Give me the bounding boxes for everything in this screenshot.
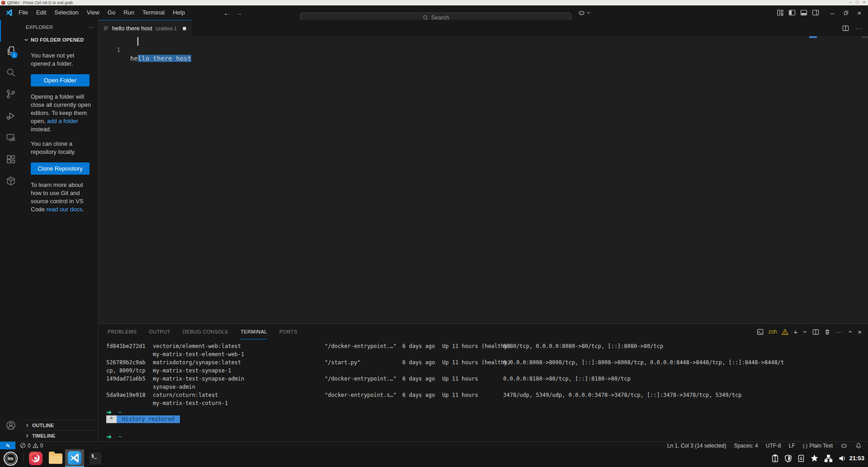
- encoding-status[interactable]: UTF-8: [766, 443, 781, 449]
- explorer-empty-view: You have not yet opened a folder. Open F…: [31, 52, 95, 220]
- system-tray: [771, 449, 846, 467]
- minimize-button[interactable]: –: [826, 5, 839, 20]
- indentation-status[interactable]: Spaces: 4: [734, 443, 758, 449]
- explorer-badge: 1: [11, 52, 18, 58]
- tab-untitled-1[interactable]: hello there host Untitled-1: [99, 20, 192, 36]
- editor-more-actions[interactable]: ···: [855, 25, 863, 32]
- menu-file[interactable]: File: [14, 7, 32, 18]
- clipboard-icon[interactable]: [771, 454, 779, 462]
- terminal-row: fd841be272d1vectorim/element-web:latest"…: [99, 342, 868, 350]
- terminal-row: synapse-admin: [99, 383, 868, 391]
- shield-icon[interactable]: [784, 454, 792, 462]
- menu-terminal[interactable]: Terminal: [138, 7, 169, 18]
- kill-terminal-trash-icon[interactable]: [824, 329, 830, 335]
- removable-media-icon[interactable]: [797, 454, 805, 462]
- menu-selection[interactable]: Selection: [50, 7, 82, 18]
- shell-name-label[interactable]: zsh: [769, 329, 777, 335]
- scrollbar-mark: [862, 36, 868, 38]
- terminal-shell-icon: [757, 329, 764, 335]
- file-manager-launcher[interactable]: [48, 451, 63, 466]
- tab-output[interactable]: OUTPUT: [149, 324, 170, 339]
- terminal-cell: cp, 8009/tcp: [106, 367, 146, 375]
- tab-debug-console[interactable]: DEBUG CONSOLE: [183, 324, 228, 339]
- read-docs-link[interactable]: read our docs: [47, 206, 83, 213]
- notifications-bell-icon[interactable]: [855, 443, 862, 449]
- tab-terminal[interactable]: TERMINAL: [241, 324, 267, 339]
- warning-icon[interactable]: [782, 329, 788, 335]
- copilot-menu[interactable]: [578, 5, 591, 20]
- clock[interactable]: 21:53: [849, 449, 864, 467]
- sidebar-item-source-control[interactable]: [0, 83, 22, 105]
- vscode-taskbar-button[interactable]: [65, 449, 84, 467]
- terminal-cell: 6 days ago: [402, 358, 435, 367]
- tab-problems[interactable]: PROBLEMS: [108, 324, 137, 339]
- copilot-status-icon[interactable]: [840, 442, 848, 449]
- navigate-forward-icon[interactable]: →: [236, 9, 242, 17]
- sidebar-item-run-debug[interactable]: [0, 105, 22, 127]
- account-button[interactable]: [0, 415, 22, 436]
- screen: QEMU - Press Ctrl-Alt-G to exit grab – □…: [0, 0, 868, 467]
- qterminal-launcher[interactable]: $_: [88, 451, 103, 466]
- sidebar-item-extensions[interactable]: [0, 148, 22, 170]
- toggle-panel-icon[interactable]: [800, 9, 807, 16]
- restore-icon: [843, 10, 849, 16]
- prompt-path: ~: [118, 433, 122, 441]
- volume-icon[interactable]: [838, 454, 846, 462]
- clone-repository-button[interactable]: Clone Repository: [31, 162, 90, 175]
- qemu-close-button[interactable]: ×: [863, 0, 865, 5]
- qemu-maximize-button[interactable]: □: [856, 0, 858, 5]
- restore-button[interactable]: [839, 5, 853, 20]
- sidebar-item-explorer[interactable]: 1: [0, 40, 22, 62]
- chevron-down-icon[interactable]: [802, 329, 807, 334]
- remote-indicator[interactable]: [0, 442, 15, 449]
- network-icon[interactable]: [824, 454, 833, 462]
- explorer-sidebar: EXPLORER ··· NO FOLDER OPENED You have n…: [22, 20, 99, 441]
- qemu-minimize-button[interactable]: –: [849, 0, 851, 5]
- code-selected: llo there host: [138, 55, 191, 62]
- sidebar-item-remote-explorer[interactable]: [0, 127, 22, 148]
- explorer-more-actions[interactable]: ···: [88, 24, 94, 30]
- terminal-cell: matrixdotorg/synapse:latest: [153, 358, 241, 367]
- terminal-cell: "docker-entrypoint.s…": [325, 391, 396, 399]
- terminal-cell: my-matrix-test-element-web-1: [153, 350, 244, 358]
- customize-layout-icon[interactable]: [777, 9, 784, 16]
- sidebar-item-containers[interactable]: [0, 170, 22, 192]
- close-button[interactable]: ×: [853, 5, 866, 20]
- menu-go[interactable]: Go: [104, 7, 119, 18]
- sidebar-item-search[interactable]: [0, 62, 22, 83]
- tab-ports[interactable]: PORTS: [279, 324, 297, 339]
- firefox-launcher[interactable]: [28, 451, 43, 466]
- toggle-sidebar-icon[interactable]: [788, 9, 796, 16]
- open-folder-button[interactable]: Open Folder: [31, 74, 90, 86]
- cursor-position-status[interactable]: Ln 1, Col 3 (14 selected): [667, 443, 726, 449]
- close-panel-button[interactable]: ×: [858, 328, 862, 336]
- navigate-back-icon[interactable]: ←: [223, 9, 230, 17]
- terminal-output[interactable]: ~ * History restored ~ fd841be272d1vecto…: [99, 342, 868, 442]
- terminal-cell: Up 11 hours (healthy): [442, 358, 511, 367]
- problems-status[interactable]: 0 0: [20, 442, 43, 449]
- terminal-row: 5da9ae19e918coturn/coturn:latest"docker-…: [99, 391, 868, 399]
- layout-controls: [777, 5, 819, 20]
- start-menu-button[interactable]: lm: [3, 451, 18, 466]
- section-outline[interactable]: OUTLINE: [22, 420, 99, 430]
- menu-view[interactable]: View: [83, 7, 104, 18]
- add-folder-link[interactable]: add a folder: [47, 118, 78, 124]
- split-terminal-icon[interactable]: [812, 329, 819, 335]
- unsaved-changes-dot[interactable]: [183, 27, 186, 30]
- menu-help[interactable]: Help: [169, 7, 189, 18]
- split-editor-icon[interactable]: [842, 25, 849, 32]
- section-no-folder-opened[interactable]: NO FOLDER OPENED: [24, 37, 84, 43]
- history-restored-line: * History restored: [106, 415, 180, 423]
- new-terminal-button[interactable]: +: [793, 328, 797, 336]
- toggle-secondary-sidebar-icon[interactable]: [812, 9, 819, 16]
- chevron-up-icon[interactable]: [848, 329, 853, 334]
- section-timeline[interactable]: TIMELINE: [22, 430, 99, 441]
- menu-edit[interactable]: Edit: [32, 7, 50, 18]
- language-mode-status[interactable]: { }Plain Text: [803, 443, 833, 449]
- terminal-more-actions[interactable]: ···: [835, 329, 843, 335]
- editor-area[interactable]: 1 hello there host: [99, 36, 868, 324]
- menu-run[interactable]: Run: [119, 7, 138, 18]
- favorites-star-icon[interactable]: [810, 454, 819, 462]
- prompt-arrow-icon: [106, 434, 112, 439]
- eol-status[interactable]: LF: [789, 443, 795, 449]
